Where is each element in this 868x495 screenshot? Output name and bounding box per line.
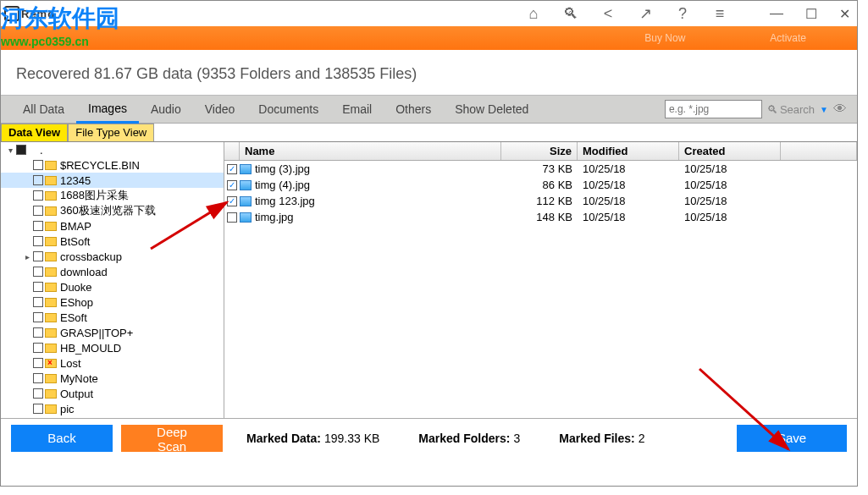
file-size: 112 KB — [501, 195, 578, 207]
folder-icon — [45, 237, 57, 246]
help-icon[interactable]: ? — [675, 6, 690, 21]
search-icon[interactable]: 🔍︎ — [563, 6, 578, 21]
tree-item[interactable]: 12345 — [1, 173, 224, 188]
deep-scan-button[interactable]: Deep Scan — [121, 425, 223, 452]
folder-icon — [45, 267, 57, 277]
tree-item-label: 12345 — [60, 174, 91, 187]
file-name: timg 123.jpg — [255, 195, 501, 207]
image-file-icon — [240, 196, 252, 206]
bottom-toolbar: Back Deep Scan Marked Data:199.33 KB Mar… — [1, 418, 857, 457]
image-file-icon — [240, 212, 252, 223]
tree-item-label: GRASP||TOP+ — [60, 327, 133, 339]
file-size: 86 KB — [501, 179, 578, 191]
file-size: 148 KB — [501, 211, 578, 223]
tree-item-label: ESoft — [60, 311, 87, 324]
tab-video[interactable]: Video — [193, 95, 247, 124]
tree-item[interactable]: Lost — [1, 355, 224, 371]
tree-item[interactable]: download — [1, 264, 224, 279]
column-size[interactable]: Size — [501, 142, 578, 160]
column-extra[interactable] — [781, 142, 857, 160]
activate-link[interactable]: Activate — [770, 32, 806, 44]
tree-item[interactable]: ▸ crossbackup — [1, 249, 224, 264]
folder-icon — [45, 344, 57, 353]
tree-item-label: BtSoft — [60, 235, 90, 248]
preview-eye-icon[interactable]: 👁 — [833, 102, 847, 117]
shortcut-icon[interactable]: ↗ — [638, 6, 653, 21]
tab-images[interactable]: Images — [76, 95, 139, 124]
file-modified: 10/25/18 — [578, 195, 679, 207]
folder-tree[interactable]: ▾ . $RECYCLE.BIN 12345 1688图片采集 360极速浏览器… — [1, 142, 224, 418]
tree-item[interactable]: EShop — [1, 294, 224, 310]
tree-item[interactable]: GRASP||TOP+ — [1, 325, 224, 340]
file-modified: 10/25/18 — [578, 211, 679, 223]
tree-item[interactable]: MyNote — [1, 371, 224, 386]
buy-now-link[interactable]: Buy Now — [644, 32, 685, 44]
folder-icon — [45, 252, 57, 261]
folder-icon — [45, 161, 57, 170]
folder-icon — [45, 328, 57, 338]
search-button[interactable]: 🔍︎Search — [767, 103, 815, 116]
search-dropdown-icon[interactable]: ▼ — [820, 105, 828, 114]
file-size: 73 KB — [501, 162, 578, 175]
tree-item-label: 1688图片采集 — [60, 188, 129, 203]
file-checkbox[interactable] — [227, 212, 237, 223]
tree-item[interactable]: HB_MOULD — [1, 340, 224, 355]
file-name: timg (3).jpg — [255, 162, 501, 175]
column-name[interactable]: Name — [240, 142, 501, 160]
menu-icon[interactable]: ≡ — [712, 6, 727, 21]
tree-item-label: download — [60, 266, 108, 278]
tab-data-view[interactable]: Data View — [1, 124, 68, 141]
tab-all-data[interactable]: All Data — [11, 95, 76, 124]
tree-item[interactable]: ESoft — [1, 310, 224, 325]
app-brand: Remo — [21, 8, 55, 20]
file-row[interactable]: timg.jpg148 KB10/25/1810/25/18 — [224, 209, 857, 225]
file-name: timg (4).jpg — [255, 179, 501, 191]
file-row[interactable]: ✓timg (3).jpg73 KB10/25/1810/25/18 — [224, 161, 857, 177]
share-icon[interactable]: < — [600, 6, 616, 21]
file-row[interactable]: ✓timg (4).jpg86 KB10/25/1810/25/18 — [224, 177, 857, 193]
save-button[interactable]: Save — [737, 425, 847, 452]
file-modified: 10/25/18 — [578, 179, 679, 191]
tree-item[interactable]: pic — [1, 401, 224, 416]
file-checkbox[interactable]: ✓ — [227, 180, 237, 190]
minimize-button[interactable]: — — [766, 6, 787, 22]
back-button[interactable]: Back — [11, 425, 113, 452]
tree-item[interactable]: 360极速浏览器下载 — [1, 203, 224, 218]
tree-item-label: $RECYCLE.BIN — [60, 159, 140, 172]
file-checkbox[interactable]: ✓ — [227, 164, 237, 174]
column-created[interactable]: Created — [679, 142, 781, 160]
marked-data-stat: Marked Data:199.33 KB — [246, 432, 379, 445]
tree-item[interactable]: Output — [1, 386, 224, 401]
tab-show-deleted[interactable]: Show Deleted — [443, 95, 540, 124]
tree-item[interactable]: BMAP — [1, 218, 224, 234]
close-button[interactable]: ✕ — [836, 6, 854, 22]
tree-item[interactable]: 1688图片采集 — [1, 188, 224, 203]
folder-icon — [45, 298, 57, 307]
tab-email[interactable]: Email — [330, 95, 384, 124]
tab-audio[interactable]: Audio — [139, 95, 193, 124]
tab-others[interactable]: Others — [384, 95, 443, 124]
folder-icon — [45, 191, 57, 201]
tab-documents[interactable]: Documents — [246, 95, 330, 124]
tree-item[interactable]: Duoke — [1, 279, 224, 294]
marked-folders-stat: Marked Folders:3 — [418, 432, 520, 445]
tree-item[interactable]: $RECYCLE.BIN — [1, 157, 224, 173]
file-created: 10/25/18 — [679, 195, 781, 207]
home-icon[interactable]: ⌂ — [526, 6, 541, 21]
tree-item[interactable]: BtSoft — [1, 234, 224, 249]
file-row[interactable]: ✓timg 123.jpg112 KB10/25/1810/25/18 — [224, 193, 857, 209]
search-input[interactable] — [665, 100, 762, 118]
file-created: 10/25/18 — [679, 179, 781, 191]
app-logo-icon — [4, 6, 19, 21]
image-file-icon — [240, 164, 252, 174]
file-modified: 10/25/18 — [578, 162, 679, 175]
file-list-header: Name Size Modified Created — [224, 142, 857, 161]
maximize-button[interactable]: ☐ — [802, 6, 821, 22]
column-modified[interactable]: Modified — [578, 142, 679, 160]
file-checkbox[interactable]: ✓ — [227, 196, 237, 206]
folder-icon — [45, 404, 57, 414]
tree-root[interactable]: ▾ . — [1, 142, 224, 157]
tab-file-type-view[interactable]: File Type View — [68, 124, 154, 141]
folder-icon — [45, 176, 57, 185]
recovery-summary: Recovered 81.67 GB data (9353 Folders an… — [1, 50, 857, 95]
